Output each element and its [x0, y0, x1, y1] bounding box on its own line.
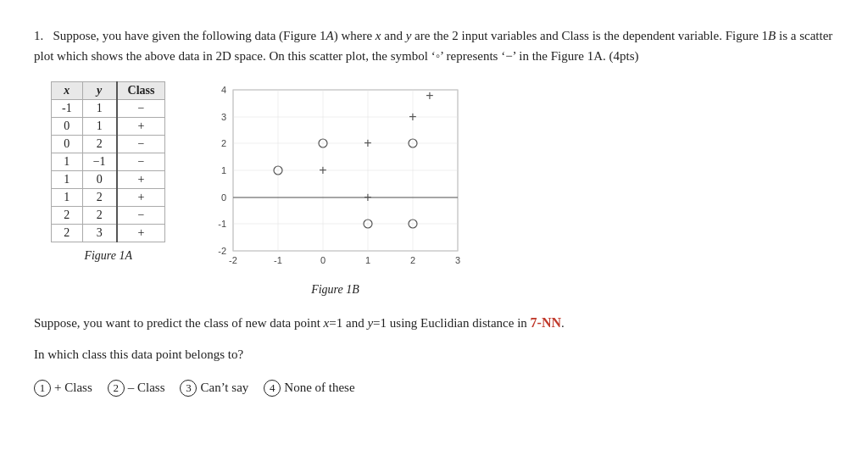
knn-label: 7-NN [531, 315, 561, 330]
table-row: 22− [52, 207, 165, 225]
svg-text:2: 2 [221, 138, 226, 148]
table-row: 1−1− [52, 153, 165, 171]
option-4: 4 None of these [264, 380, 354, 397]
option-2: 2 – Class [108, 380, 165, 397]
question-text: 1. Suppose, you have given the following… [34, 25, 834, 66]
option-4-label: None of these [284, 381, 354, 395]
option-1-num: 1 [34, 380, 51, 397]
table-row: 02− [52, 136, 165, 153]
point-1-2: + [364, 136, 372, 150]
figure-1b-caption: Figure 1B [311, 283, 359, 297]
table-row: -11− [52, 100, 165, 118]
col-header-x: x [52, 82, 83, 100]
table-row: 01+ [52, 118, 165, 136]
svg-text:1: 1 [221, 165, 226, 175]
col-header-class: Class [117, 82, 165, 100]
svg-text:-1: -1 [275, 255, 283, 265]
col-header-y: y [82, 82, 116, 100]
svg-text:1: 1 [365, 255, 370, 265]
svg-text:0: 0 [320, 255, 326, 265]
table-row: 10+ [52, 171, 165, 189]
question-block: 1. Suppose, you have given the following… [34, 25, 834, 397]
table-row: 23+ [52, 225, 165, 242]
option-4-num: 4 [264, 380, 281, 397]
option-2-num: 2 [108, 380, 125, 397]
data-table: x y Class -11− 01+ 02− 1−1− 10+ 12+ 22− … [51, 81, 165, 242]
option-1: 1 + Class [34, 380, 92, 397]
option-1-label: + Class [54, 381, 92, 395]
extra-point-1: + [426, 88, 434, 103]
svg-text:-1: -1 [219, 219, 227, 229]
svg-text:3: 3 [221, 112, 226, 122]
figure-1a: x y Class -11− 01+ 02− 1−1− 10+ 12+ 22− … [51, 81, 165, 263]
figure-1b: -2 -1 0 1 2 3 4 3 2 1 0 -1 -2 [199, 81, 470, 297]
option-3-num: 3 [180, 380, 197, 397]
point-0-1: + [320, 163, 327, 177]
in-which-text: In which class this data point belongs t… [34, 344, 834, 364]
options-row: 1 + Class 2 – Class 3 Can’t say 4 None o… [34, 380, 834, 397]
point-2-3: + [409, 109, 417, 124]
svg-text:-2: -2 [219, 246, 227, 256]
option-3-label: Can’t say [200, 381, 248, 395]
table-row: 12+ [52, 189, 165, 207]
svg-text:4: 4 [221, 85, 226, 95]
svg-text:0: 0 [221, 192, 226, 203]
svg-text:2: 2 [410, 255, 415, 265]
figure-1a-caption: Figure 1A [84, 249, 132, 263]
option-2-label: – Class [128, 381, 165, 395]
point-1-0: + [364, 190, 372, 204]
suppose-text: Suppose, you want to predict the class o… [34, 312, 834, 334]
svg-text:-2: -2 [230, 255, 238, 265]
svg-text:3: 3 [455, 255, 460, 265]
scatter-plot: -2 -1 0 1 2 3 4 3 2 1 0 -1 -2 [199, 81, 470, 276]
question-number: 1. [34, 29, 43, 42]
option-3: 3 Can’t say [180, 380, 248, 397]
figures-row: x y Class -11− 01+ 02− 1−1− 10+ 12+ 22− … [51, 81, 834, 297]
